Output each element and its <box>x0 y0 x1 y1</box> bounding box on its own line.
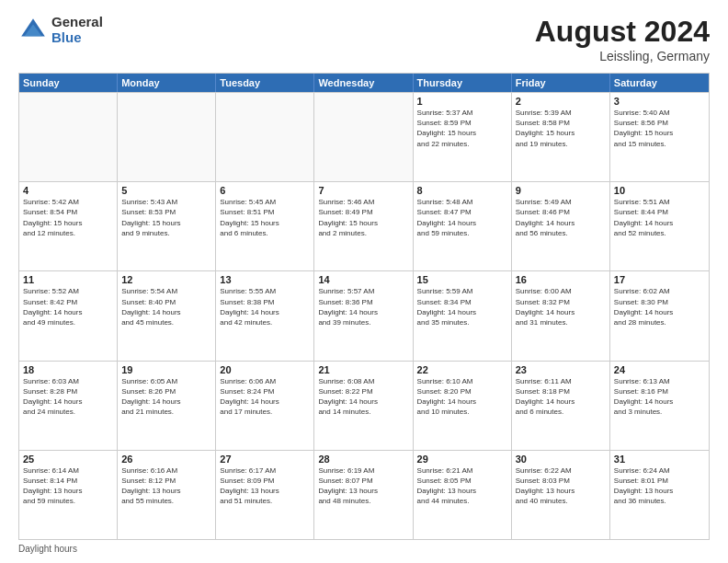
calendar-row: 18Sunrise: 6:03 AM Sunset: 8:28 PM Dayli… <box>19 361 709 450</box>
footer-note: Daylight hours <box>18 544 710 554</box>
day-info: Sunrise: 6:10 AM Sunset: 8:20 PM Dayligh… <box>417 376 507 418</box>
calendar-cell: 21Sunrise: 6:08 AM Sunset: 8:22 PM Dayli… <box>314 362 413 450</box>
day-info: Sunrise: 5:39 AM Sunset: 8:58 PM Dayligh… <box>516 108 606 149</box>
calendar-cell: 1Sunrise: 5:37 AM Sunset: 8:59 PM Daylig… <box>414 93 512 181</box>
title-block: August 2024 Leissling, Germany <box>535 15 710 63</box>
calendar-row: 4Sunrise: 5:42 AM Sunset: 8:54 PM Daylig… <box>19 181 709 270</box>
calendar-cell: 22Sunrise: 6:10 AM Sunset: 8:20 PM Dayli… <box>414 362 512 450</box>
calendar-cell: 27Sunrise: 6:17 AM Sunset: 8:09 PM Dayli… <box>216 451 314 539</box>
calendar-cell: 24Sunrise: 6:13 AM Sunset: 8:16 PM Dayli… <box>610 362 709 450</box>
calendar-cell: 25Sunrise: 6:14 AM Sunset: 8:14 PM Dayli… <box>19 451 118 539</box>
day-number: 5 <box>121 185 211 196</box>
calendar-cell-empty <box>118 93 216 181</box>
day-info: Sunrise: 5:54 AM Sunset: 8:40 PM Dayligh… <box>121 286 211 327</box>
day-number: 11 <box>23 274 113 285</box>
day-number: 29 <box>417 454 507 465</box>
calendar-cell: 12Sunrise: 5:54 AM Sunset: 8:40 PM Dayli… <box>118 271 216 360</box>
day-info: Sunrise: 5:46 AM Sunset: 8:49 PM Dayligh… <box>318 197 408 238</box>
calendar-row: 11Sunrise: 5:52 AM Sunset: 8:42 PM Dayli… <box>19 270 709 360</box>
day-number: 18 <box>23 364 113 375</box>
calendar-header-day: Friday <box>512 74 610 92</box>
calendar-cell: 16Sunrise: 6:00 AM Sunset: 8:32 PM Dayli… <box>512 271 610 360</box>
day-info: Sunrise: 6:02 AM Sunset: 8:30 PM Dayligh… <box>614 286 705 327</box>
day-number: 28 <box>318 454 408 465</box>
day-number: 10 <box>614 185 705 196</box>
calendar-cell: 3Sunrise: 5:40 AM Sunset: 8:56 PM Daylig… <box>610 93 709 181</box>
day-number: 15 <box>417 274 507 285</box>
day-number: 13 <box>220 274 310 285</box>
calendar-cell: 8Sunrise: 5:48 AM Sunset: 8:47 PM Daylig… <box>414 182 512 270</box>
calendar-header-day: Thursday <box>414 74 512 92</box>
day-info: Sunrise: 5:55 AM Sunset: 8:38 PM Dayligh… <box>220 286 310 327</box>
calendar-cell-empty <box>19 93 118 181</box>
logo: General Blue <box>18 15 103 45</box>
calendar-header-day: Sunday <box>19 74 118 92</box>
calendar-cell: 10Sunrise: 5:51 AM Sunset: 8:44 PM Dayli… <box>610 182 709 270</box>
day-info: Sunrise: 6:16 AM Sunset: 8:12 PM Dayligh… <box>121 465 211 507</box>
day-info: Sunrise: 6:19 AM Sunset: 8:07 PM Dayligh… <box>318 465 408 507</box>
day-info: Sunrise: 6:17 AM Sunset: 8:09 PM Dayligh… <box>220 465 310 507</box>
day-info: Sunrise: 6:13 AM Sunset: 8:16 PM Dayligh… <box>614 376 705 418</box>
day-info: Sunrise: 5:37 AM Sunset: 8:59 PM Dayligh… <box>417 108 507 149</box>
day-info: Sunrise: 6:11 AM Sunset: 8:18 PM Dayligh… <box>516 376 606 418</box>
page: General Blue August 2024 Leissling, Germ… <box>0 0 728 563</box>
calendar-header: SundayMondayTuesdayWednesdayThursdayFrid… <box>19 74 709 92</box>
calendar-cell: 18Sunrise: 6:03 AM Sunset: 8:28 PM Dayli… <box>19 362 118 450</box>
day-info: Sunrise: 5:51 AM Sunset: 8:44 PM Dayligh… <box>614 197 705 238</box>
calendar-cell: 28Sunrise: 6:19 AM Sunset: 8:07 PM Dayli… <box>314 451 413 539</box>
day-number: 27 <box>220 454 310 465</box>
calendar-cell: 5Sunrise: 5:43 AM Sunset: 8:53 PM Daylig… <box>118 182 216 270</box>
day-number: 6 <box>220 185 310 196</box>
day-number: 17 <box>614 274 705 285</box>
day-number: 26 <box>121 454 211 465</box>
day-info: Sunrise: 5:43 AM Sunset: 8:53 PM Dayligh… <box>121 197 211 238</box>
calendar-header-day: Saturday <box>610 74 709 92</box>
day-number: 1 <box>417 96 507 107</box>
day-number: 9 <box>516 185 606 196</box>
logo-general: General <box>51 15 103 30</box>
day-info: Sunrise: 6:05 AM Sunset: 8:26 PM Dayligh… <box>121 376 211 418</box>
calendar-row: 25Sunrise: 6:14 AM Sunset: 8:14 PM Dayli… <box>19 450 709 539</box>
logo-blue: Blue <box>51 30 103 46</box>
day-number: 7 <box>318 185 408 196</box>
day-number: 16 <box>516 274 606 285</box>
calendar-cell: 20Sunrise: 6:06 AM Sunset: 8:24 PM Dayli… <box>216 362 314 450</box>
day-number: 21 <box>318 364 408 375</box>
day-info: Sunrise: 5:40 AM Sunset: 8:56 PM Dayligh… <box>614 108 705 149</box>
day-number: 8 <box>417 185 507 196</box>
day-info: Sunrise: 5:48 AM Sunset: 8:47 PM Dayligh… <box>417 197 507 238</box>
day-number: 24 <box>614 364 705 375</box>
calendar-cell: 15Sunrise: 5:59 AM Sunset: 8:34 PM Dayli… <box>414 271 512 360</box>
calendar-header-day: Monday <box>118 74 216 92</box>
calendar-cell: 26Sunrise: 6:16 AM Sunset: 8:12 PM Dayli… <box>118 451 216 539</box>
day-number: 2 <box>516 96 606 107</box>
day-info: Sunrise: 6:14 AM Sunset: 8:14 PM Dayligh… <box>23 465 113 507</box>
calendar-cell-empty <box>314 93 413 181</box>
day-info: Sunrise: 5:45 AM Sunset: 8:51 PM Dayligh… <box>220 197 310 238</box>
day-info: Sunrise: 6:00 AM Sunset: 8:32 PM Dayligh… <box>516 286 606 327</box>
calendar-cell: 19Sunrise: 6:05 AM Sunset: 8:26 PM Dayli… <box>118 362 216 450</box>
day-info: Sunrise: 6:06 AM Sunset: 8:24 PM Dayligh… <box>220 376 310 418</box>
day-info: Sunrise: 5:42 AM Sunset: 8:54 PM Dayligh… <box>23 197 113 238</box>
header: General Blue August 2024 Leissling, Germ… <box>18 15 710 63</box>
calendar-cell: 2Sunrise: 5:39 AM Sunset: 8:58 PM Daylig… <box>512 93 610 181</box>
calendar-cell: 7Sunrise: 5:46 AM Sunset: 8:49 PM Daylig… <box>314 182 413 270</box>
logo-text: General Blue <box>51 15 103 45</box>
day-number: 20 <box>220 364 310 375</box>
day-number: 12 <box>121 274 211 285</box>
day-number: 23 <box>516 364 606 375</box>
day-info: Sunrise: 5:49 AM Sunset: 8:46 PM Dayligh… <box>516 197 606 238</box>
day-number: 14 <box>318 274 408 285</box>
day-info: Sunrise: 6:03 AM Sunset: 8:28 PM Dayligh… <box>23 376 113 418</box>
calendar-cell: 6Sunrise: 5:45 AM Sunset: 8:51 PM Daylig… <box>216 182 314 270</box>
calendar-cell: 30Sunrise: 6:22 AM Sunset: 8:03 PM Dayli… <box>512 451 610 539</box>
calendar-cell: 13Sunrise: 5:55 AM Sunset: 8:38 PM Dayli… <box>216 271 314 360</box>
calendar-row: 1Sunrise: 5:37 AM Sunset: 8:59 PM Daylig… <box>19 92 709 181</box>
calendar-cell: 23Sunrise: 6:11 AM Sunset: 8:18 PM Dayli… <box>512 362 610 450</box>
calendar-cell: 14Sunrise: 5:57 AM Sunset: 8:36 PM Dayli… <box>314 271 413 360</box>
day-info: Sunrise: 6:21 AM Sunset: 8:05 PM Dayligh… <box>417 465 507 507</box>
calendar-header-day: Tuesday <box>216 74 314 92</box>
calendar-cell: 9Sunrise: 5:49 AM Sunset: 8:46 PM Daylig… <box>512 182 610 270</box>
calendar-cell: 4Sunrise: 5:42 AM Sunset: 8:54 PM Daylig… <box>19 182 118 270</box>
calendar-cell: 17Sunrise: 6:02 AM Sunset: 8:30 PM Dayli… <box>610 271 709 360</box>
